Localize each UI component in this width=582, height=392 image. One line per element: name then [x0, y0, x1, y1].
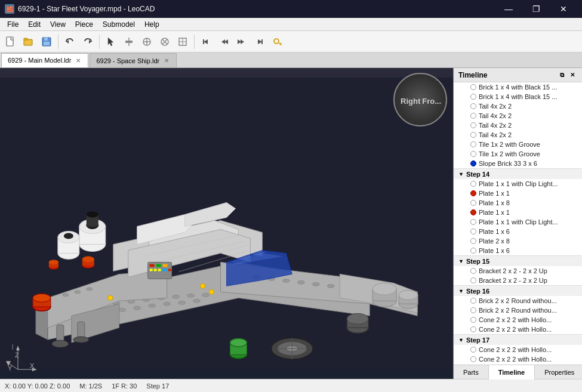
timeline-item[interactable]: Tail 4x 2x 2 [454, 111, 582, 121]
tab-properties[interactable]: Properties [535, 365, 582, 379]
first-step-button[interactable] [198, 33, 214, 50]
tool2[interactable] [121, 33, 137, 50]
svg-rect-88 [156, 264, 161, 267]
timeline-item[interactable]: Slope Brick 33 3 x 6 [454, 159, 582, 168]
step-label: Step 16 [466, 288, 489, 295]
svg-point-111 [399, 290, 418, 300]
viewport[interactable]: Z X | Y Right Fro... [0, 68, 454, 379]
timeline-item[interactable]: Plate 2 x 8 [454, 236, 582, 246]
svg-point-108 [372, 283, 396, 295]
panel-expand-button[interactable]: ⧉ [557, 70, 566, 80]
svg-point-126 [201, 283, 205, 288]
timeline-item[interactable]: Tail 4x 2x 2 [454, 121, 582, 130]
tab-main-label: 6929 - Main Model.ldr [8, 57, 71, 64]
select-tool[interactable] [103, 33, 119, 50]
step-triangle: ▼ [458, 258, 464, 264]
step-header-step15[interactable]: ▼Step 15 [454, 255, 582, 266]
step-label: Step 14 [466, 171, 489, 178]
timeline-item[interactable]: Tile 1x 2 with Groove [454, 149, 582, 159]
timeline-item[interactable]: Plate 1 x 8 [454, 198, 582, 208]
app-icon: 🧱 [5, 4, 14, 14]
svg-point-102 [52, 340, 69, 347]
timeline-item[interactable]: Plate 1 x 1 with Clip Light... [454, 179, 582, 189]
timeline-item[interactable]: Plate 1 x 6 [454, 227, 582, 236]
key-button[interactable] [269, 33, 286, 50]
timeline-item[interactable]: Plate 1 x 6 [454, 246, 582, 255]
save-button[interactable] [38, 33, 55, 50]
tab-parts[interactable]: Parts [454, 365, 489, 379]
timeline-item[interactable]: Cone 2 x 2 2 with Hollo... [454, 325, 582, 334]
close-button[interactable]: ✕ [550, 0, 577, 18]
svg-point-60 [63, 294, 69, 297]
svg-point-56 [312, 282, 319, 286]
status-bar: X: 0.00 Y: 0.00 Z: 0.00 M: 1/2S 1F R: 30… [0, 379, 582, 392]
timeline-item[interactable]: Cone 2 x 2 2 with Hollo... [454, 315, 582, 325]
svg-rect-0 [7, 37, 13, 46]
undo-button[interactable] [61, 33, 78, 50]
prev-steps-button[interactable] [215, 33, 232, 50]
tab-main-close[interactable]: ✕ [75, 57, 82, 64]
magnet-tool2[interactable] [156, 33, 173, 50]
svg-point-48 [164, 302, 171, 305]
open-button[interactable] [20, 33, 37, 50]
svg-marker-8 [108, 38, 113, 46]
timeline-item[interactable]: Tail 4x 2x 2 [454, 130, 582, 140]
window-title: 6929-1 - Star Fleet Voyager.mpd - LeoCAD [18, 5, 155, 13]
view-cube[interactable]: Right Fro... [393, 73, 447, 126]
view-cube-front-label: Fro... [422, 97, 441, 106]
timeline-item[interactable]: Brick 2 x 2 Round withou... [454, 305, 582, 315]
timeline-item[interactable]: Brick 2 x 2 Round withou... [454, 296, 582, 305]
svg-rect-21 [203, 39, 204, 44]
status-rotation: 1F R: 30 [112, 382, 137, 390]
sep1 [58, 35, 58, 49]
timeline-item[interactable]: Bracket 2 x 2 - 2 x 2 Up [454, 266, 582, 276]
maximize-button[interactable]: ❐ [522, 0, 550, 18]
bottom-tabs: Parts Timeline Properties [454, 365, 582, 379]
timeline-item[interactable]: Cone 2 x 2 2 with Hollo... [454, 354, 582, 364]
menu-view[interactable]: View [45, 18, 70, 31]
magnet-tool3[interactable] [174, 33, 191, 50]
tab-timeline[interactable]: Timeline [489, 365, 535, 379]
svg-rect-101 [57, 325, 64, 342]
tab-space-close[interactable]: ✕ [163, 57, 170, 64]
menu-piece[interactable]: Piece [70, 18, 98, 31]
timeline-item[interactable]: Plate 1 x 1 [454, 189, 582, 198]
menu-edit[interactable]: Edit [23, 18, 45, 31]
tab-main-model[interactable]: 6929 - Main Model.ldr ✕ [1, 53, 88, 67]
view-cube-right-label: Right [401, 97, 420, 106]
timeline-item[interactable]: Tail 4x 2x 2 [454, 101, 582, 111]
timeline-title: Timeline [458, 71, 487, 79]
svg-point-70 [87, 212, 98, 218]
sep3 [194, 35, 195, 49]
last-step-button[interactable] [251, 33, 268, 50]
svg-text:|: | [12, 344, 13, 350]
tab-space-ship[interactable]: 6929 - Space Ship.ldr ✕ [90, 53, 177, 67]
svg-rect-89 [163, 264, 168, 267]
timeline-item[interactable]: Tile 1x 2 with Groove [454, 140, 582, 149]
tabs-bar: 6929 - Main Model.ldr ✕ 6929 - Space Shi… [0, 53, 582, 68]
timeline-item[interactable]: Brick 1 x 4 with Black 15 ... [454, 82, 582, 92]
timeline-item[interactable]: Plate 1 x 1 with Clip Light... [454, 217, 582, 227]
next-steps-button[interactable] [233, 33, 250, 50]
timeline-item[interactable]: Bracket 2 x 2 - 2 x 2 Up [454, 276, 582, 285]
step-header-step14[interactable]: ▼Step 14 [454, 168, 582, 179]
svg-rect-92 [158, 268, 161, 271]
menu-file[interactable]: File [2, 18, 23, 31]
magnet-tool1[interactable] [138, 33, 155, 50]
timeline-item[interactable]: Cone 2 x 2 2 with Hollo... [454, 345, 582, 354]
new-button[interactable] [2, 33, 19, 50]
redo-button[interactable] [79, 33, 96, 50]
panel-close-button[interactable]: ✕ [568, 70, 577, 80]
minimize-button[interactable]: — [495, 0, 522, 18]
step-header-step16[interactable]: ▼Step 16 [454, 285, 582, 296]
timeline-item[interactable]: Plate 1 x 1 [454, 208, 582, 217]
svg-rect-90 [150, 268, 153, 271]
menu-submodel[interactable]: Submodel [98, 18, 140, 31]
svg-point-39 [173, 295, 180, 298]
menu-help[interactable]: Help [140, 18, 164, 31]
timeline-item[interactable]: Brick 1 x 4 with Black 15 ... [454, 92, 582, 101]
timeline-list[interactable]: Brick 1 x 4 with Black 15 ...Brick 1 x 4… [454, 82, 582, 365]
step-header-step17[interactable]: ▼Step 17 [454, 334, 582, 345]
svg-marker-20 [204, 39, 208, 44]
svg-point-49 [178, 301, 186, 304]
